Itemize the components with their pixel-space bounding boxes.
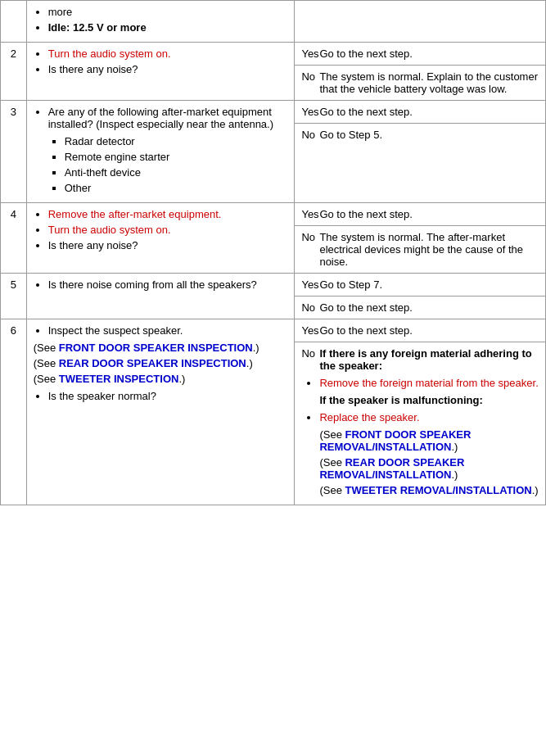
no-label: No [301,347,319,500]
result-cell: Yes Go to Step 7. No Go to the next step… [295,274,546,319]
yes-label: Yes [301,48,319,60]
yes-label: Yes [301,324,319,337]
front-door-removal-link[interactable]: FRONT DOOR SPEAKER REMOVAL/INSTALLATION [319,428,471,453]
front-door-inspection-link[interactable]: FRONT DOOR SPEAKER INSPECTION [59,342,253,354]
result-yes: Yes Go to Step 7. [295,274,545,297]
sub-item: Remote engine starter [65,151,288,163]
step-ref: (See FRONT DOOR SPEAKER INSPECTION.) [34,342,288,354]
step-item: Is the speaker normal? [48,390,288,402]
table-row: 6 Inspect the suspect speaker. (See FRON… [1,319,546,505]
result-no: No Go to Step 5. [295,124,545,146]
result-text: The system is normal. The after-market e… [319,231,539,268]
result-cell: Yes Go to the next step. No If there is … [295,319,546,505]
result-text: The system is normal. Explain to the cus… [319,70,539,95]
action-item: Remove the foreign material from the spe… [319,377,539,389]
row-number: 6 [1,319,27,505]
result-no: No Go to the next step. [295,297,545,319]
condition-heading: If the speaker is malfunctioning: [319,394,539,406]
step-item: Idle: 12.5 V or more [48,21,288,34]
no-label: No [301,129,319,141]
result-text: Go to the next step. [319,48,539,60]
row-number: 3 [1,101,27,203]
step-action: Remove the after-market equipment. [48,208,222,220]
result-no: No The system is normal. The after-marke… [295,226,545,273]
step-item: Is there any noise? [48,239,288,251]
step-action: Turn the audio system on. [48,48,171,60]
row-number: 5 [1,274,27,319]
result-no: No The system is normal. Explain to the … [295,66,545,100]
sub-item: Anti-theft device [65,166,288,179]
no-label: No [301,231,319,268]
table-row: 2 Turn the audio system on. Is there any… [1,43,546,101]
result-text: Go to the next step. [319,301,539,314]
condition-heading: If there is any foreign material adherin… [319,347,539,372]
step-item: more [48,6,288,18]
result-cell: Yes Go to the next step. No The system i… [295,203,546,274]
table-row: 5 Is there noise coming from all the spe… [1,274,546,319]
step-item: Turn the audio system on. [48,224,288,236]
result-ref: (See TWEETER REMOVAL/INSTALLATION.) [319,484,539,496]
row-number: 4 [1,203,27,274]
diagnostic-table: more Idle: 12.5 V or more 2 Turn the aud… [0,0,546,505]
table-row: 4 Remove the after-market equipment. Tur… [1,203,546,274]
step-cell: Remove the after-market equipment. Turn … [26,203,295,274]
sub-item: Other [65,182,288,194]
row-number [1,1,27,43]
yes-label: Yes [301,278,319,291]
result-text: Go to the next step. [319,324,539,337]
rear-door-inspection-link[interactable]: REAR DOOR SPEAKER INSPECTION [59,357,246,369]
result-ref: (See FRONT DOOR SPEAKER REMOVAL/INSTALLA… [319,428,539,453]
action-text: Remove the foreign material from the spe… [319,377,538,389]
table-row: 3 Are any of the following after-market … [1,101,546,203]
step-ref: (See TWEETER INSPECTION.) [34,373,288,385]
rear-door-removal-link[interactable]: REAR DOOR SPEAKER REMOVAL/INSTALLATION [319,456,464,481]
result-no: No If there is any foreign material adhe… [295,342,545,505]
result-cell [295,1,546,43]
result-yes: Yes Go to the next step. [295,319,545,342]
no-label: No [301,70,319,95]
result-text: Go to Step 5. [319,129,539,141]
result-text: Go to Step 7. [319,278,539,291]
step-action: Turn the audio system on. [48,224,171,236]
step-cell: Inspect the suspect speaker. (See FRONT … [26,319,295,505]
tweeter-inspection-link[interactable]: TWEETER INSPECTION [59,373,179,385]
no-label: No [301,301,319,314]
step-cell: Is there noise coming from all the speak… [26,274,295,319]
result-yes: Yes Go to the next step. [295,43,545,66]
sub-item: Radar detector [65,135,288,147]
result-ref: (See REAR DOOR SPEAKER REMOVAL/INSTALLAT… [319,456,539,481]
step-item: Is there any noise? [48,63,288,75]
step-item: Remove the after-market equipment. [48,208,288,220]
step-item: Turn the audio system on. [48,48,288,60]
table-row: more Idle: 12.5 V or more [1,1,546,43]
result-text: If there is any foreign material adherin… [319,347,539,500]
result-yes: Yes Go to the next step. [295,101,545,124]
step-item: Is there noise coming from all the speak… [48,278,288,291]
step-cell: Turn the audio system on. Is there any n… [26,43,295,101]
result-cell: Yes Go to the next step. No Go to Step 5… [295,101,546,203]
step-item: Inspect the suspect speaker. [48,324,288,337]
step-cell: Are any of the following after-market eq… [26,101,295,203]
result-text: Go to the next step. [319,106,539,118]
step-cell: more Idle: 12.5 V or more [26,1,295,43]
result-cell: Yes Go to the next step. No The system i… [295,43,546,101]
tweeter-removal-link[interactable]: TWEETER REMOVAL/INSTALLATION [345,484,531,496]
action-item: Replace the speaker. [319,411,539,423]
step-ref: (See REAR DOOR SPEAKER INSPECTION.) [34,357,288,369]
action-text: Replace the speaker. [319,411,419,423]
result-yes: Yes Go to the next step. [295,203,545,226]
step-item: Are any of the following after-market eq… [48,106,288,194]
yes-label: Yes [301,208,319,220]
result-text: Go to the next step. [319,208,539,220]
yes-label: Yes [301,106,319,118]
row-number: 2 [1,43,27,101]
